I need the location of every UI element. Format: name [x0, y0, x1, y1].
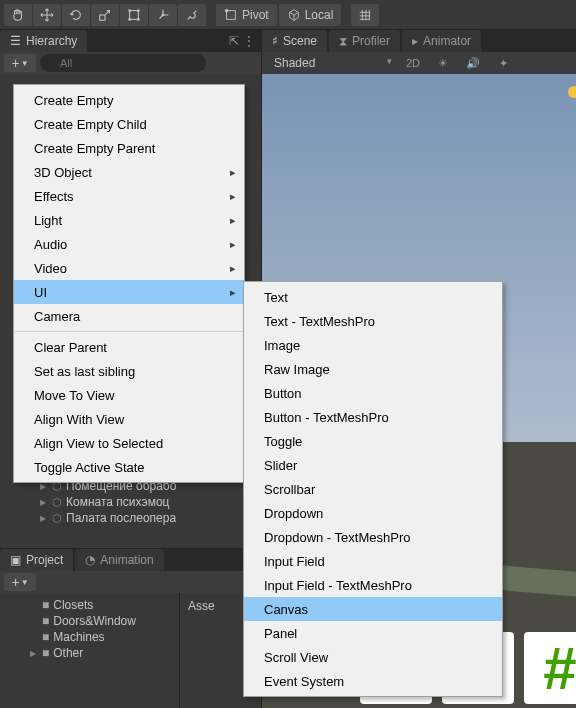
- ctx-toggle-active[interactable]: Toggle Active State: [14, 455, 244, 479]
- tab-scene[interactable]: ♯ Scene: [262, 30, 327, 52]
- ctx-create-empty[interactable]: Create Empty: [14, 88, 244, 112]
- custom-tool-button[interactable]: [178, 4, 206, 26]
- ctx-ui-toggle[interactable]: Toggle: [244, 429, 502, 453]
- hierarchy-row[interactable]: ▶⬡Комната психэмоц: [0, 494, 261, 510]
- ctx-clear-parent[interactable]: Clear Parent: [14, 335, 244, 359]
- left-tab-bar: ☰ Hierarchy ⇱ ⋮: [0, 30, 261, 52]
- tree-row[interactable]: ▶■Other: [0, 645, 179, 661]
- scene-icon: ♯: [272, 34, 278, 48]
- scale-tool-button[interactable]: [91, 4, 119, 26]
- ctx-ui-image[interactable]: Image: [244, 333, 502, 357]
- ctx-ui-raw-image[interactable]: Raw Image: [244, 357, 502, 381]
- tab-animation[interactable]: ◔ Animation: [75, 549, 163, 571]
- tree-row[interactable]: ■Closets: [0, 597, 179, 613]
- ctx-separator: [15, 331, 243, 332]
- local-toggle-button[interactable]: Local: [279, 4, 342, 26]
- hierarchy-search-wrap: [40, 54, 257, 72]
- ctx-create-empty-parent[interactable]: Create Empty Parent: [14, 136, 244, 160]
- ctx-ui-dropdown-tmp[interactable]: Dropdown - TextMeshPro: [244, 525, 502, 549]
- ctx-ui-button[interactable]: Button: [244, 381, 502, 405]
- tree-row[interactable]: ■Machines: [0, 629, 179, 645]
- lighting-toggle-button[interactable]: ☀: [430, 54, 456, 72]
- tab-hierarchy[interactable]: ☰ Hierarchy: [0, 30, 87, 52]
- pivot-label: Pivot: [242, 8, 269, 22]
- svg-point-4: [128, 18, 131, 21]
- project-tree[interactable]: ■Closets ■Doors&Window ■Machines ▶■Other: [0, 593, 180, 708]
- ctx-3d-object[interactable]: 3D Object: [14, 160, 244, 184]
- tab-project[interactable]: ▣ Project: [0, 549, 73, 571]
- svg-point-8: [225, 8, 229, 12]
- ctx-move-to-view[interactable]: Move To View: [14, 383, 244, 407]
- svg-point-5: [137, 18, 140, 21]
- animation-icon: ◔: [85, 553, 95, 567]
- ctx-ui-slider[interactable]: Slider: [244, 453, 502, 477]
- hierarchy-search-input[interactable]: [40, 54, 206, 72]
- transform-tool-button[interactable]: [149, 4, 177, 26]
- lock-icon[interactable]: ⇱: [229, 34, 239, 48]
- ui-submenu: Text Text - TextMeshPro Image Raw Image …: [243, 281, 503, 697]
- project-icon: ▣: [10, 553, 21, 567]
- ctx-audio[interactable]: Audio: [14, 232, 244, 256]
- right-tab-bar: ♯ Scene ⧗ Profiler ▸ Animator: [262, 30, 576, 52]
- ctx-ui-text-tmp[interactable]: Text - TextMeshPro: [244, 309, 502, 333]
- svg-rect-0: [100, 15, 105, 20]
- create-dropdown-button[interactable]: +▼: [4, 54, 36, 72]
- draw-mode-dropdown[interactable]: Shaded: [266, 54, 396, 72]
- ctx-ui-input-field[interactable]: Input Field: [244, 549, 502, 573]
- scene-tab-label: Scene: [283, 34, 317, 48]
- svg-rect-7: [227, 10, 236, 19]
- hand-tool-button[interactable]: [4, 4, 32, 26]
- ctx-ui-event-system[interactable]: Event System: [244, 669, 502, 693]
- ctx-light[interactable]: Light: [14, 208, 244, 232]
- animator-icon: ▸: [412, 34, 418, 48]
- animation-tab-label: Animation: [100, 553, 153, 567]
- effects-toggle-button[interactable]: ✦: [490, 54, 516, 72]
- panel-menu-icon[interactable]: ⋮: [243, 34, 255, 48]
- ctx-set-last-sibling[interactable]: Set as last sibling: [14, 359, 244, 383]
- audio-toggle-button[interactable]: 🔊: [460, 54, 486, 72]
- ctx-ui-canvas[interactable]: Canvas: [244, 597, 502, 621]
- svg-rect-1: [130, 10, 139, 19]
- move-tool-button[interactable]: [33, 4, 61, 26]
- project-tab-label: Project: [26, 553, 63, 567]
- profiler-tab-label: Profiler: [352, 34, 390, 48]
- pivot-toggle-button[interactable]: Pivot: [216, 4, 277, 26]
- asset-thumbnail[interactable]: #: [524, 632, 576, 704]
- hierarchy-row[interactable]: ▶⬡Палата послеопера: [0, 510, 261, 526]
- ctx-ui-input-field-tmp[interactable]: Input Field - TextMeshPro: [244, 573, 502, 597]
- ctx-align-view-to-selected[interactable]: Align View to Selected: [14, 431, 244, 455]
- scene-sub-bar: Shaded 2D ☀ 🔊 ✦: [262, 52, 576, 74]
- ctx-align-with-view[interactable]: Align With View: [14, 407, 244, 431]
- project-area: ▣ Project ◔ Animation +▼ ■Closets ■Doors…: [0, 548, 261, 708]
- svg-point-6: [162, 13, 165, 16]
- ctx-ui-text[interactable]: Text: [244, 285, 502, 309]
- ctx-ui-scrollbar[interactable]: Scrollbar: [244, 477, 502, 501]
- animator-tab-label: Animator: [423, 34, 471, 48]
- svg-point-2: [128, 9, 131, 12]
- project-create-button[interactable]: +▼: [4, 573, 36, 591]
- rect-tool-button[interactable]: [120, 4, 148, 26]
- tab-profiler[interactable]: ⧗ Profiler: [329, 30, 400, 52]
- two-d-toggle-button[interactable]: 2D: [400, 54, 426, 72]
- ctx-camera[interactable]: Camera: [14, 304, 244, 328]
- svg-point-3: [137, 9, 140, 12]
- hierarchy-sub-bar: +▼: [0, 52, 261, 74]
- grid-snap-button[interactable]: [351, 4, 379, 26]
- ctx-create-empty-child[interactable]: Create Empty Child: [14, 112, 244, 136]
- ctx-video[interactable]: Video: [14, 256, 244, 280]
- ctx-ui-dropdown[interactable]: Dropdown: [244, 501, 502, 525]
- rotate-tool-button[interactable]: [62, 4, 90, 26]
- tab-animator[interactable]: ▸ Animator: [402, 30, 481, 52]
- profiler-icon: ⧗: [339, 34, 347, 48]
- ctx-effects[interactable]: Effects: [14, 184, 244, 208]
- hierarchy-tab-label: Hierarchy: [26, 34, 77, 48]
- main-toolbar: Pivot Local: [0, 0, 576, 30]
- ctx-ui[interactable]: UI: [14, 280, 244, 304]
- ctx-ui-scroll-view[interactable]: Scroll View: [244, 645, 502, 669]
- hierarchy-icon: ☰: [10, 34, 21, 48]
- ctx-ui-button-tmp[interactable]: Button - TextMeshPro: [244, 405, 502, 429]
- tree-row[interactable]: ■Doors&Window: [0, 613, 179, 629]
- create-context-menu: Create Empty Create Empty Child Create E…: [13, 84, 245, 483]
- ctx-ui-panel[interactable]: Panel: [244, 621, 502, 645]
- local-label: Local: [305, 8, 334, 22]
